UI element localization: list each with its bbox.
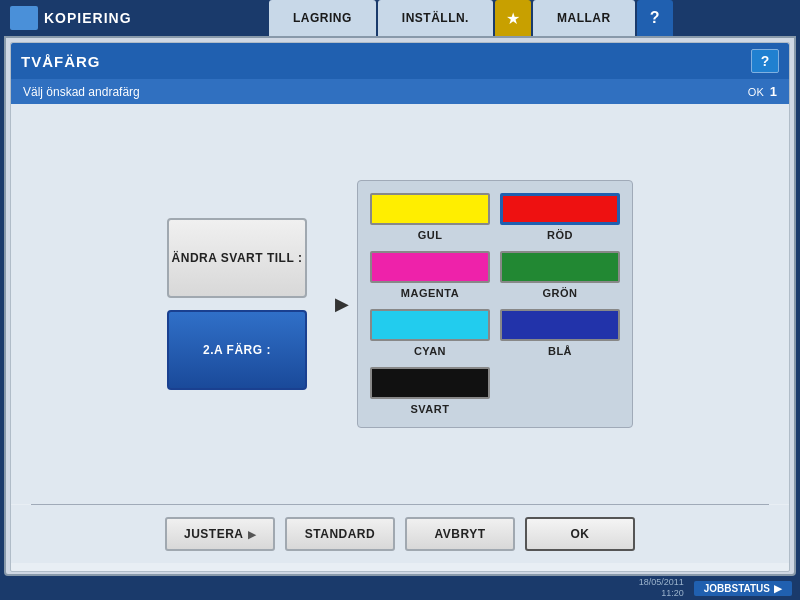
- panel-help-button[interactable]: ?: [751, 49, 779, 73]
- main-area: TVÅFÄRG ? Välj önskad andrafärg OK 1 ÄND…: [4, 36, 796, 576]
- color-swatch-magenta: [370, 251, 490, 283]
- color-item-gron[interactable]: GRÖN: [500, 251, 620, 299]
- sub-header-num: 1: [770, 84, 777, 99]
- color-label-bla: BLÅ: [548, 345, 572, 357]
- color-label-magenta: MAGENTA: [401, 287, 459, 299]
- ok-button[interactable]: OK: [525, 517, 635, 551]
- color-grid-container: GUL RÖD MAGENTA: [357, 180, 633, 428]
- app-title: KOPIERING: [44, 10, 132, 26]
- color-swatch-black: [370, 367, 490, 399]
- color-label-rod: RÖD: [547, 229, 573, 241]
- color-item-magenta[interactable]: MAGENTA: [370, 251, 490, 299]
- jobbstatus-button[interactable]: JOBBSTATUS ▶: [694, 581, 792, 596]
- app-logo: KOPIERING: [0, 0, 142, 36]
- logo-icon: [10, 6, 38, 30]
- color-item-bla[interactable]: BLÅ: [500, 309, 620, 357]
- jobbstatus-arrow-icon: ▶: [774, 583, 782, 594]
- status-datetime: 18/05/2011 11:20: [639, 577, 684, 599]
- change-black-button[interactable]: ÄNDRA SVART TILL :: [167, 218, 307, 298]
- top-help-button[interactable]: ?: [637, 0, 673, 36]
- color-label-cyan: CYAN: [414, 345, 446, 357]
- justera-button[interactable]: JUSTERA ▶: [165, 517, 275, 551]
- second-color-button[interactable]: 2.A FÄRG :: [167, 310, 307, 390]
- status-bar: 18/05/2011 11:20 JOBBSTATUS ▶: [0, 576, 800, 600]
- tab-lagring[interactable]: LAGRING: [269, 0, 376, 36]
- color-swatch-green: [500, 251, 620, 283]
- color-item-gul[interactable]: GUL: [370, 193, 490, 241]
- tab-mallar[interactable]: MALLAR: [533, 0, 635, 36]
- sub-header-ok-label: OK: [748, 86, 764, 98]
- color-swatch-red: [500, 193, 620, 225]
- justera-arrow-icon: ▶: [248, 529, 257, 540]
- favorites-tab[interactable]: ★: [495, 0, 531, 36]
- color-selection: ÄNDRA SVART TILL : 2.A FÄRG : ▶ GUL: [41, 180, 759, 428]
- color-swatch-blue: [500, 309, 620, 341]
- color-item-rod[interactable]: RÖD: [500, 193, 620, 241]
- color-swatch-yellow: [370, 193, 490, 225]
- color-swatch-cyan: [370, 309, 490, 341]
- top-tabs: LAGRING INSTÄLLN. ★ MALLAR ?: [142, 0, 800, 36]
- bottom-buttons: JUSTERA ▶ STANDARD AVBRYT OK: [11, 505, 789, 563]
- sub-header-right: OK 1: [748, 84, 777, 99]
- sub-header: Välj önskad andrafärg OK 1: [11, 79, 789, 104]
- color-label-gul: GUL: [418, 229, 443, 241]
- avbryt-button[interactable]: AVBRYT: [405, 517, 515, 551]
- panel-header: TVÅFÄRG ?: [11, 43, 789, 79]
- standard-button[interactable]: STANDARD: [285, 517, 395, 551]
- content-area: ÄNDRA SVART TILL : 2.A FÄRG : ▶ GUL: [11, 104, 789, 504]
- panel: TVÅFÄRG ? Välj önskad andrafärg OK 1 ÄND…: [10, 42, 790, 572]
- color-label-svart: SVART: [411, 403, 450, 415]
- color-grid: GUL RÖD MAGENTA: [370, 193, 620, 415]
- sub-header-text: Välj önskad andrafärg: [23, 85, 140, 99]
- top-bar: KOPIERING LAGRING INSTÄLLN. ★ MALLAR ?: [0, 0, 800, 36]
- color-item-cyan[interactable]: CYAN: [370, 309, 490, 357]
- panel-title: TVÅFÄRG: [21, 53, 101, 70]
- color-item-svart[interactable]: SVART: [370, 367, 490, 415]
- color-label-gron: GRÖN: [543, 287, 578, 299]
- left-buttons: ÄNDRA SVART TILL : 2.A FÄRG :: [167, 218, 307, 390]
- arrow-icon: ▶: [335, 293, 349, 315]
- tab-installningar[interactable]: INSTÄLLN.: [378, 0, 493, 36]
